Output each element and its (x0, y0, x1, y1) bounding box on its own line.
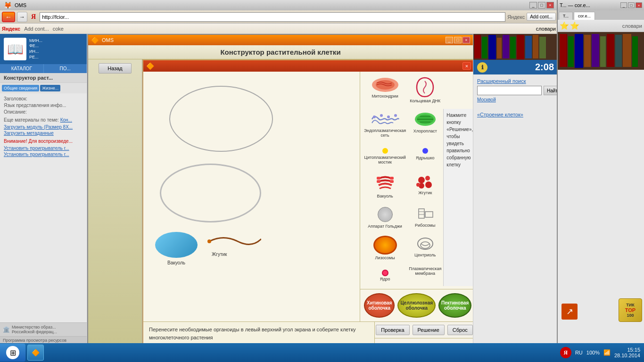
arrow-icon[interactable]: ↗ (561, 304, 578, 320)
svg-rect-12 (377, 177, 380, 180)
organelle-eyespot-label: Ядро (380, 277, 390, 282)
centriole-icon (415, 205, 436, 223)
bookmark-yandex[interactable]: Яндекс (2, 26, 20, 32)
organelle-lysosome[interactable]: Аппарат Гольджи (363, 204, 407, 233)
back-nav-button[interactable]: ← (2, 12, 15, 22)
close-button[interactable]: × (546, 2, 554, 8)
yandex-tray-icon[interactable]: Я (560, 347, 571, 358)
organelle-nucleolus[interactable]: Ядрышко (408, 143, 442, 169)
address-bar[interactable] (40, 12, 505, 22)
search-section: Расширенный поиск Найти Москвой (473, 74, 558, 106)
tab-general[interactable]: Общие сведения (2, 85, 39, 91)
workspace-vacuole[interactable] (155, 232, 198, 258)
organelle-eyespot[interactable]: Ядро (363, 266, 407, 286)
top100-badge: ТИК TOP 100 (619, 298, 642, 322)
browser-title-bar: 🦊 OMS _ □ × (0, 0, 558, 10)
time-display: 15:15 (614, 347, 640, 353)
organelles-panel: Митохондрии Кольцевая ДНК (360, 72, 473, 321)
oms-close-button[interactable]: × (462, 37, 470, 43)
second-close-button[interactable]: × (636, 2, 642, 8)
oms-icon: 🔶 (91, 36, 99, 44)
download-metadata-link[interactable]: Загрузить метаданные (4, 131, 83, 136)
svg-point-19 (425, 181, 432, 188)
cellulose-shell[interactable]: Целлюлозная оболочка (397, 293, 436, 318)
golgi-icon (374, 172, 396, 194)
svg-point-3 (373, 115, 376, 118)
second-tab-2[interactable]: cor.e... (574, 12, 595, 20)
pectin-shell[interactable]: Пектиновая оболочка (438, 293, 471, 318)
network-icon: 📶 (603, 349, 611, 356)
organelle-dna[interactable]: Кольцевая ДНК (408, 74, 442, 108)
svg-point-17 (425, 176, 430, 181)
field-language: Язык представления инфо... (4, 103, 83, 108)
browser-win-controls[interactable]: _ □ × (529, 2, 554, 8)
sub-dialog-close[interactable]: × (462, 62, 471, 70)
second-tab-1[interactable]: T... (559, 12, 573, 20)
bottom-program-label: 🏛️ Министерство образ... Российской феде… (0, 322, 87, 336)
svg-point-25 (418, 238, 433, 249)
solution-button[interactable]: Решение (413, 325, 445, 335)
catalog-nav-button[interactable]: КАТАЛОГ (0, 64, 44, 73)
search-button[interactable]: Найти (544, 86, 558, 95)
reset-button[interactable]: Сброс (447, 325, 473, 335)
plasma-membrane-outline (160, 164, 261, 222)
organelle-er[interactable]: Эндоплазматическая сеть (363, 109, 407, 142)
oms-maximize-button[interactable]: □ (454, 37, 462, 43)
moscow-link[interactable]: Москвой (477, 97, 554, 102)
tab-life[interactable]: Жизне... (40, 85, 60, 91)
organelle-chloroplast[interactable]: Хлоропласт (408, 109, 442, 142)
check-button[interactable]: Проверка (376, 325, 409, 335)
info-message: Нажмите кнопку «Решение», чтобы увидеть … (446, 112, 473, 168)
cell-wall-outline (169, 86, 273, 152)
workspace-flagellum-label: Жгутик (212, 252, 227, 257)
right-sidebar: ℹ 2:08 Расширенный поиск Найти Москвой «… (473, 34, 558, 344)
organelle-nucleus[interactable]: Лизосомы (363, 234, 407, 264)
add-content-button[interactable]: Add cont... (527, 13, 556, 21)
organelle-ribosome[interactable]: Жгутик (408, 171, 442, 203)
svg-rect-14 (390, 177, 394, 180)
organelle-cell-mouth-label: Центриоль (414, 253, 436, 257)
taskbar-app-oms[interactable]: 🔶 (27, 345, 44, 361)
clock: 15:15 28.10.2014 (614, 347, 640, 358)
instructions-text: Перенесите необходимые органоиды в левый… (143, 322, 375, 344)
info-icon[interactable]: ℹ (477, 62, 487, 73)
bookmark-add-content[interactable]: Add cont... (24, 26, 49, 32)
bookmark-coke[interactable]: coke (53, 26, 64, 32)
second-max-button[interactable]: □ (628, 2, 635, 8)
second-window-title: T... — cor.e... (560, 2, 590, 8)
install-player-link1[interactable]: Установить проигрыватель г... (4, 146, 83, 151)
cell-structure-link[interactable]: «Строение клеток» (477, 112, 523, 117)
section-title: Конструктор раст... (0, 73, 87, 83)
content-area: 📖 МИН... ФЕ... ИН... РЕ... КАТАЛОГ ПО...… (0, 34, 558, 344)
install-player-link2[interactable]: Установить проигрыватель г... (4, 152, 83, 157)
oms-minimize-button[interactable]: _ (446, 37, 453, 43)
left-sidebar: 📖 МИН... ФЕ... ИН... РЕ... КАТАЛОГ ПО...… (0, 34, 87, 344)
start-button[interactable]: ⊞ (0, 344, 25, 362)
workspace-flagellum[interactable] (205, 232, 261, 253)
maximize-button[interactable]: □ (538, 2, 545, 8)
oms-left-nav: Назад (88, 59, 142, 344)
chitin-shell[interactable]: Хитиновая оболочка (364, 293, 395, 318)
organelle-mitochondria[interactable]: Митохондрии (363, 74, 407, 108)
search-input[interactable] (477, 86, 542, 95)
bookmarks-bar: Яндекс Add cont... coke словари (0, 24, 558, 34)
bookmark-slovari[interactable]: словари (536, 26, 556, 32)
advanced-search-link[interactable]: Расширенный поиск (477, 78, 554, 84)
forward-nav-button[interactable]: → (17, 12, 27, 22)
organelle-cytoplasm[interactable]: Цитоплазматический мостик (363, 143, 407, 169)
organelle-cell-mouth[interactable]: Центриоль (408, 234, 442, 264)
second-bookmark-icon[interactable]: словари (622, 23, 642, 29)
timer-display: 2:08 (535, 62, 554, 73)
second-min-button[interactable]: _ (620, 2, 627, 8)
browser-toolbar: ← → Я Яндекс Add cont... (0, 10, 558, 24)
po-nav-button[interactable]: ПО... (44, 64, 87, 73)
organelle-golgi[interactable]: Вакуоль (363, 171, 407, 203)
zoom-indicator: 100% (586, 350, 600, 355)
download-module-link[interactable]: Загрузить модуль (Размер 8Х... (4, 124, 83, 130)
svg-point-6 (394, 114, 397, 117)
more-materials[interactable]: Еще материалы по теме: Кон... (4, 117, 83, 123)
organelle-centriole[interactable]: Рибосомы (408, 204, 442, 233)
right-header: ℹ 2:08 (473, 60, 558, 74)
minimize-button[interactable]: _ (529, 2, 537, 8)
back-button[interactable]: Назад (99, 63, 132, 74)
